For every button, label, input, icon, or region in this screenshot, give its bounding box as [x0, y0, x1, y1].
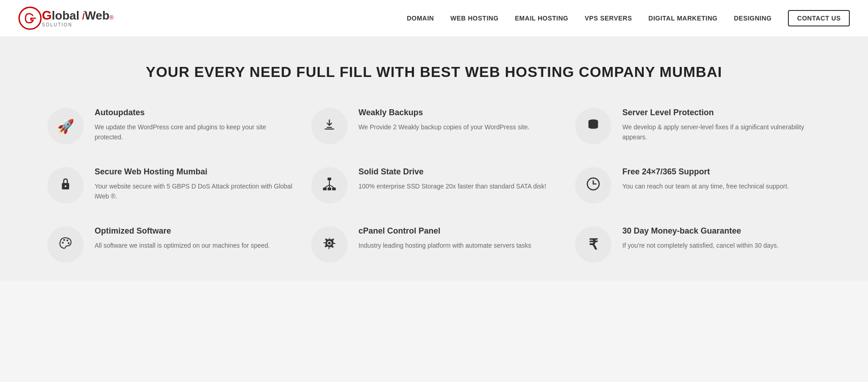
feature-desc-money: If you're not completely satisfied, canc…: [622, 240, 779, 250]
network-icon: [322, 177, 337, 194]
svg-point-24: [68, 242, 70, 244]
logo-g: G: [42, 9, 52, 22]
rocket-icon: 🚀: [57, 118, 74, 134]
nav-designing[interactable]: DESIGNING: [734, 15, 772, 22]
svg-point-9: [65, 185, 66, 187]
lock-icon: [60, 177, 71, 194]
feature-support: Free 24×7/365 Support You can reach our …: [575, 167, 821, 204]
logo-symbol: ®: [110, 15, 114, 20]
main-navigation: DOMAIN WEB HOSTING EMAIL HOSTING VPS SER…: [407, 10, 850, 26]
svg-rect-12: [328, 188, 331, 190]
feature-desc-autoupdates: We update the WordPress core and plugins…: [95, 122, 293, 143]
nav-vps-servers[interactable]: VPS SERVERS: [585, 15, 632, 22]
palette-icon: [59, 236, 72, 253]
feature-optimized: Optimized Software All software we insta…: [47, 226, 293, 263]
feature-money-back: ₹ 30 Day Money-back Guarantee If you're …: [575, 226, 821, 263]
feature-icon-wrap-optimized: [47, 226, 84, 263]
logo-text: G lobal i Web ® SOLUTION: [42, 9, 114, 27]
feature-title-cpanel: cPanel Control Panel: [358, 226, 531, 236]
header: G lobal i Web ® SOLUTION DOMAIN WEB HOST…: [0, 0, 868, 36]
feature-text-ssd: Solid State Drive 100% enterprise SSD St…: [358, 167, 546, 191]
nav-domain[interactable]: DOMAIN: [407, 15, 434, 22]
feature-icon-wrap-support: [575, 167, 611, 204]
svg-point-22: [63, 239, 65, 241]
feature-secure-hosting: Secure Web Hosting Mumbai Your website s…: [47, 167, 293, 204]
feature-desc-server: We develop & apply server-level fixes if…: [622, 122, 821, 143]
feature-text-lock: Secure Web Hosting Mumbai Your website s…: [95, 167, 293, 202]
feature-icon-wrap-ssd: [311, 167, 348, 204]
download-icon: [323, 118, 336, 134]
gear-icon: [323, 236, 336, 253]
feature-desc-optimized: All software we install is optimized on …: [95, 240, 270, 250]
feature-text-backups: Weakly Backups We Provide 2 Weakly backu…: [358, 108, 530, 132]
nav-email-hosting[interactable]: EMAIL HOSTING: [515, 15, 568, 22]
feature-title-server: Server Level Protection: [622, 108, 821, 117]
svg-line-15: [325, 185, 329, 188]
database-icon: [587, 117, 600, 135]
feature-desc-cpanel: Industry leading hosting platform with a…: [358, 240, 531, 250]
svg-point-0: [19, 7, 41, 29]
features-grid: 🚀 Autoupdates We update the WordPress co…: [47, 108, 821, 263]
feature-title-autoupdates: Autoupdates: [95, 108, 293, 117]
logo-web: Web: [85, 10, 109, 21]
feature-icon-wrap-lock: [47, 167, 84, 204]
nav-digital-marketing[interactable]: DIGITAL MARKETING: [648, 15, 717, 22]
logo-solution: SOLUTION: [42, 23, 114, 27]
feature-weakly-backups: Weakly Backups We Provide 2 Weakly backu…: [311, 108, 557, 144]
feature-title-backups: Weakly Backups: [358, 108, 530, 117]
svg-rect-13: [332, 188, 336, 190]
feature-text-optimized: Optimized Software All software we insta…: [95, 226, 270, 250]
svg-rect-10: [328, 178, 331, 180]
svg-line-17: [329, 185, 334, 188]
nav-contact-us[interactable]: CONTACT US: [788, 10, 850, 26]
feature-desc-lock: Your website secure with 5 GBPS D DoS At…: [95, 181, 293, 202]
logo-icon: [18, 6, 42, 30]
feature-text-cpanel: cPanel Control Panel Industry leading ho…: [358, 226, 531, 250]
logo-global: lobal: [52, 10, 80, 21]
clock-icon: [586, 177, 600, 194]
feature-text-autoupdates: Autoupdates We update the WordPress core…: [95, 108, 293, 143]
logo: G lobal i Web ® SOLUTION: [18, 6, 114, 30]
feature-desc-support: You can reach our team at any time, free…: [622, 181, 789, 191]
feature-desc-backups: We Provide 2 Weakly backup copies of you…: [358, 122, 530, 132]
svg-point-23: [66, 239, 68, 241]
main-content: YOUR EVERY NEED FULL FILL WITH BEST WEB …: [0, 36, 868, 281]
feature-text-money: 30 Day Money-back Guarantee If you're no…: [622, 226, 779, 250]
feature-autoupdates: 🚀 Autoupdates We update the WordPress co…: [47, 108, 293, 144]
feature-cpanel: cPanel Control Panel Industry leading ho…: [311, 226, 557, 263]
feature-desc-ssd: 100% enterprise SSD Storage 20x faster t…: [358, 181, 546, 191]
feature-icon-wrap-money: ₹: [575, 226, 611, 263]
svg-point-21: [62, 242, 64, 244]
rupee-icon: ₹: [589, 236, 598, 253]
feature-ssd: Solid State Drive 100% enterprise SSD St…: [311, 167, 557, 204]
feature-text-server: Server Level Protection We develop & app…: [622, 108, 821, 143]
feature-server-protection: Server Level Protection We develop & app…: [575, 108, 821, 144]
feature-title-support: Free 24×7/365 Support: [622, 167, 789, 177]
page-title: YOUR EVERY NEED FULL FILL WITH BEST WEB …: [27, 64, 841, 81]
nav-web-hosting[interactable]: WEB HOSTING: [450, 15, 499, 22]
feature-icon-wrap-autoupdates: 🚀: [47, 108, 84, 144]
feature-icon-wrap-backups: [311, 108, 348, 144]
feature-icon-wrap-server: [575, 108, 611, 144]
svg-point-27: [328, 242, 331, 244]
feature-icon-wrap-cpanel: [311, 226, 348, 263]
feature-title-optimized: Optimized Software: [95, 226, 270, 236]
feature-title-money: 30 Day Money-back Guarantee: [622, 226, 779, 236]
feature-title-lock: Secure Web Hosting Mumbai: [95, 167, 293, 177]
feature-text-support: Free 24×7/365 Support You can reach our …: [622, 167, 789, 191]
feature-title-ssd: Solid State Drive: [358, 167, 546, 177]
svg-point-7: [589, 126, 598, 128]
svg-rect-11: [323, 188, 327, 190]
